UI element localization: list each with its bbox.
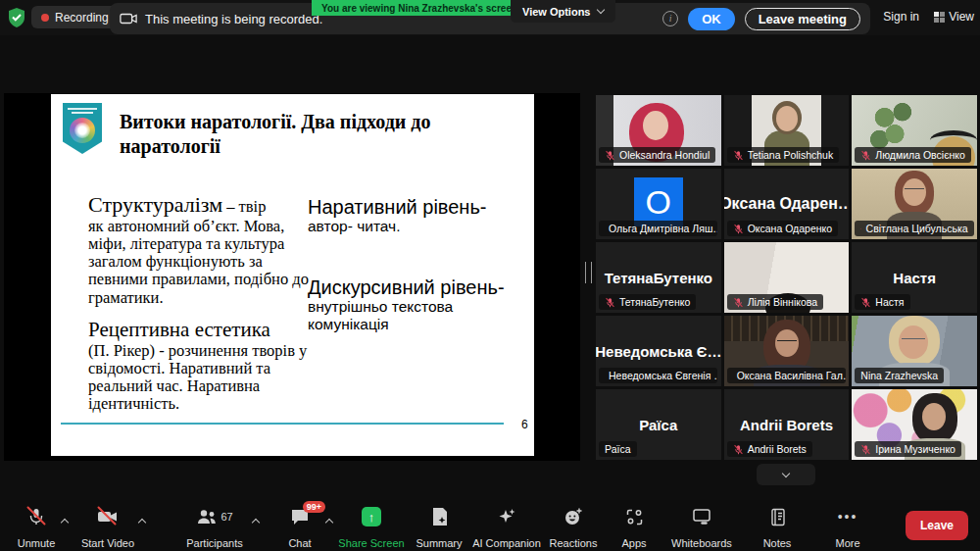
mic-muted-icon: [605, 150, 615, 161]
camera-record-icon: [120, 12, 137, 25]
participant-name-label: ТетянаБутенко: [599, 294, 696, 310]
apps-label: Apps: [621, 537, 646, 549]
participant-name-label: Oleksandra Hondiul: [599, 147, 715, 163]
tile-nastia[interactable]: Настя Настя: [852, 242, 977, 313]
tile-andrii-borets[interactable]: Andrii Borets Andrii Borets: [724, 389, 850, 460]
meeting-toolbar: Unmute Start Video 67 Participants 99+ C…: [0, 500, 980, 551]
participant-name: ТетянаБутенко: [619, 296, 690, 308]
participant-name-label: Ольга Дмитрівна Ляш…: [599, 221, 717, 236]
participants-label: Participants: [186, 537, 242, 549]
recording-dot-icon: [41, 14, 49, 22]
ai-companion-button[interactable]: AI Companion: [463, 506, 551, 549]
share-screen-label: Share Screen: [338, 537, 404, 549]
participant-name: Неведомська Євгенія …: [609, 370, 717, 381]
start-video-button[interactable]: Start Video: [67, 506, 149, 549]
tile-oksana-halytska[interactable]: Оксана Василівна Гал…: [724, 316, 850, 386]
chevron-up-icon[interactable]: [252, 519, 260, 526]
notes-icon: [769, 506, 786, 527]
start-video-label: Start Video: [81, 537, 134, 549]
recording-indicator[interactable]: Recording: [31, 6, 119, 28]
tile-nina-zrazhevska[interactable]: Nina Zrazhevska: [852, 316, 977, 386]
discursive-level-title: Дискурсивний рівень-: [308, 276, 525, 298]
share-screen-icon: ↑: [362, 507, 381, 526]
tile-iryna-muzychenko[interactable]: Ірина Музиченко: [852, 389, 977, 460]
more-dots-icon: •••: [838, 506, 858, 527]
participant-name: Oleksandra Hondiul: [619, 149, 710, 161]
tile-tetiana-butenko[interactable]: ТетянаБутенко ТетянаБутенко: [596, 242, 721, 313]
chat-label: Chat: [288, 537, 311, 549]
participant-name: Ірина Музиченко: [875, 443, 956, 455]
info-icon[interactable]: i: [662, 11, 678, 26]
participant-name: Nina Zrazhevska: [860, 370, 938, 381]
slide-divider-line: [61, 423, 504, 425]
participant-name-label: Лілія Віннікова: [727, 294, 823, 310]
tile-liudmyla-ovsiienko[interactable]: Людмила Овсієнко: [852, 95, 977, 166]
gallery-view-icon: [934, 12, 945, 23]
tile-oleksandra-hondiul[interactable]: Oleksandra Hondiul: [596, 95, 721, 166]
panel-resize-handle[interactable]: [585, 262, 592, 283]
participant-name: Настя: [875, 296, 904, 308]
tile-olha-liash[interactable]: O Ольга Дмитрівна Ляш…: [596, 169, 721, 239]
share-screen-button[interactable]: ↑ Share Screen: [327, 506, 416, 549]
leave-meeting-button[interactable]: Leave meeting: [745, 8, 860, 30]
participant-name: Оксана Одаренко: [748, 223, 832, 234]
presentation-slide: Витоки наратології. Два підходи до нарат…: [51, 94, 534, 456]
structuralism-block: Структуралізм – твір як автономний об’єк…: [88, 192, 318, 307]
tile-raisa[interactable]: Раїса Раїса: [596, 389, 721, 460]
tile-nevedomska-yevheniia[interactable]: Неведомська Є… Неведомська Євгенія …: [596, 316, 721, 386]
participant-name-label: Оксана Одаренко: [727, 221, 838, 236]
whiteboards-icon: [691, 506, 712, 527]
whiteboards-label: Whiteboards: [671, 537, 732, 549]
receptive-aesthetics-block: Рецептивна естетика (П. Рікер) - розчине…: [88, 318, 327, 414]
participant-gallery: Oleksandra Hondiul Tetiana Polishchuk Лю…: [596, 95, 977, 460]
tile-oksana-odarenko[interactable]: Оксана Одарен… Оксана Одаренко: [724, 169, 850, 239]
gallery-scroll-down-button[interactable]: [757, 464, 815, 485]
whiteboards-button[interactable]: Whiteboards: [662, 506, 741, 549]
sign-in-link[interactable]: Sign in: [883, 10, 919, 24]
chevron-down-icon: [782, 469, 790, 476]
leave-button[interactable]: Leave: [906, 511, 968, 540]
ai-companion-label: AI Companion: [472, 537, 541, 549]
participant-name: Ольга Дмитрівна Ляш…: [609, 223, 717, 234]
unmute-button[interactable]: Unmute: [5, 506, 68, 549]
participant-name-label: Світлана Цибульська: [855, 221, 973, 236]
reactions-icon: [564, 506, 583, 527]
notes-button[interactable]: Notes: [748, 506, 807, 549]
participant-name-label: Tetiana Polishchuk: [727, 147, 840, 163]
mic-muted-icon: [860, 224, 861, 234]
ai-companion-icon: [497, 506, 516, 527]
mic-muted-icon: [733, 150, 744, 161]
participants-count: 67: [220, 511, 232, 523]
participant-name-label: Людмила Овсієнко: [855, 147, 971, 163]
participant-name: Лілія Віннікова: [748, 296, 817, 308]
view-options-label: View Options: [522, 6, 590, 18]
reactions-button[interactable]: Reactions: [539, 506, 608, 549]
security-shield-icon[interactable]: [8, 8, 25, 27]
apps-button[interactable]: Apps: [605, 506, 663, 549]
more-label: More: [835, 537, 859, 549]
mic-muted-icon: [860, 444, 871, 455]
participants-button[interactable]: 67 Participants: [169, 506, 261, 549]
structuralism-term: Структуралізм: [88, 192, 222, 217]
tile-svitlana-tsybulska[interactable]: Світлана Цибульська: [852, 169, 977, 239]
chevron-down-icon: [597, 6, 605, 14]
chevron-up-icon[interactable]: [138, 519, 146, 526]
tile-liliia-vinnikova[interactable]: Лілія Віннікова: [724, 242, 850, 313]
more-button[interactable]: ••• More: [818, 506, 877, 549]
participant-name-label: Настя: [855, 294, 909, 310]
mic-muted-icon: [733, 224, 744, 234]
tile-tetiana-polishchuk[interactable]: Tetiana Polishchuk: [724, 95, 850, 166]
mic-muted-icon: [605, 297, 615, 308]
summary-label: Summary: [416, 537, 462, 549]
mic-muted-icon: [733, 297, 744, 308]
chat-unread-badge: 99+: [303, 501, 325, 513]
chat-button[interactable]: 99+ Chat: [271, 506, 328, 549]
structuralism-lead: – твір: [222, 197, 266, 216]
ok-button[interactable]: OK: [688, 8, 735, 30]
narrative-level-title: Наративний рівень-: [308, 196, 525, 218]
notification-text: This meeting is being recorded.: [145, 12, 322, 26]
view-options-dropdown[interactable]: View Options: [511, 0, 615, 23]
view-button[interactable]: View: [934, 10, 974, 24]
unmute-label: Unmute: [18, 537, 56, 549]
mic-muted-icon: [733, 444, 744, 455]
